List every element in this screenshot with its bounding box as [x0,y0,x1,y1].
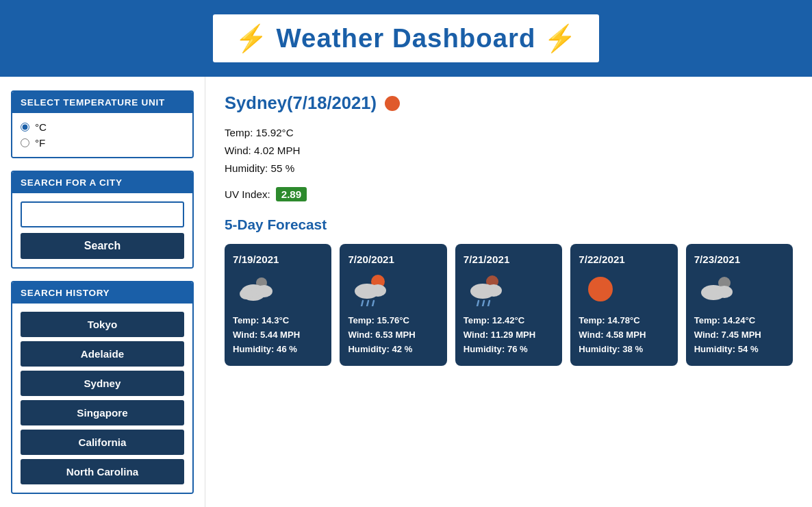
fahrenheit-option[interactable]: °F [21,137,184,149]
history-label: SEARCH HISTORY [21,288,110,298]
svg-point-12 [485,284,502,297]
uv-row: UV Index: 2.89 [225,187,793,201]
forecast-humidity: Humidity: 46 % [233,342,300,356]
forecast-card: 7/22/2021 Temp: 14.78°C Wind: 4.58 MPH H… [570,244,677,366]
history-item[interactable]: Adelaide [21,341,184,367]
svg-point-6 [370,284,386,297]
forecast-wind: Wind: 7.45 MPH [694,327,761,342]
main-content: Sydney(7/18/2021) Temp: 15.92°C Wind: 4.… [205,77,812,507]
forecast-details: Temp: 14.78°C Wind: 4.58 MPH Humidity: 3… [579,313,646,356]
forecast-temp: Temp: 15.76°C [348,313,415,327]
forecast-title: 5-Day Forecast [225,217,793,233]
sidebar: SELECT TEMPERATURE UNIT °C °F SEARCH [0,77,205,507]
forecast-date: 7/20/2021 [348,254,394,265]
svg-point-16 [588,277,613,301]
forecast-wind: Wind: 4.58 MPH [579,327,646,342]
search-section: SEARCH FOR A CITY Search [11,171,194,269]
svg-line-14 [483,301,484,306]
search-button-label: Search [84,240,120,251]
forecast-temp: Temp: 14.78°C [579,313,646,327]
history-item[interactable]: California [21,430,184,455]
history-body: TokyoAdelaideSydneySingaporeCaliforniaNo… [12,304,192,493]
temp-unit-section: SELECT TEMPERATURE UNIT °C °F [11,90,194,158]
svg-line-13 [477,301,479,306]
forecast-humidity: Humidity: 54 % [694,342,761,356]
wind-value: Wind: 4.02 MPH [225,142,793,160]
uv-label: UV Index: [225,188,270,200]
city-search-input[interactable] [21,201,184,227]
forecast-details: Temp: 14.24°C Wind: 7.45 MPH Humidity: 5… [694,313,761,356]
history-item[interactable]: Sydney [21,371,184,396]
temp-unit-body: °C °F [12,113,192,157]
temp-unit-label: SELECT TEMPERATURE UNIT [21,97,165,108]
app-title: ⚡ Weather Dashboard ⚡ [235,23,577,53]
forecast-wind: Wind: 6.53 MPH [348,327,415,342]
main-layout: SELECT TEMPERATURE UNIT °C °F SEARCH [0,77,812,507]
history-item[interactable]: North Carolina [21,459,184,484]
search-button[interactable]: Search [21,233,184,259]
forecast-temp: Temp: 14.24°C [694,313,761,327]
forecast-humidity: Humidity: 42 % [348,342,415,356]
forecast-details: Temp: 14.3°C Wind: 5.44 MPH Humidity: 46… [233,313,300,356]
search-header: SEARCH FOR A CITY [12,172,192,193]
history-item[interactable]: Tokyo [21,312,184,337]
celsius-label: °C [35,121,47,133]
svg-point-2 [256,285,272,297]
svg-point-3 [240,288,253,299]
search-label: SEARCH FOR A CITY [21,177,123,188]
forecast-details: Temp: 12.42°C Wind: 11.29 MPH Humidity: … [464,313,536,356]
title-box: ⚡ Weather Dashboard ⚡ [211,12,601,64]
history-list: TokyoAdelaideSydneySingaporeCaliforniaNo… [21,312,184,484]
forecast-card: 7/19/2021 Temp: 14.3°C Wind: 5.44 MPH Hu… [225,244,331,366]
temp-value: Temp: 15.92°C [225,124,793,142]
celsius-radio[interactable] [21,123,29,132]
status-dot [385,96,400,111]
history-section: SEARCH HISTORY TokyoAdelaideSydneySingap… [11,281,194,494]
svg-line-8 [367,301,368,306]
forecast-date: 7/21/2021 [464,254,510,265]
forecast-icon [694,272,738,306]
forecast-temp: Temp: 12.42°C [464,313,536,327]
forecast-humidity: Humidity: 76 % [464,342,536,356]
app-header: ⚡ Weather Dashboard ⚡ [0,0,812,77]
svg-line-7 [361,301,363,306]
forecast-icon [464,272,507,306]
forecast-card: 7/20/2021 Temp: 15.76°C Wind: 6.53 MPH H… [340,244,446,366]
bolt-right-icon: ⚡ [544,23,577,53]
forecast-wind: Wind: 5.44 MPH [233,327,300,342]
forecast-details: Temp: 15.76°C Wind: 6.53 MPH Humidity: 4… [348,313,415,356]
search-body: Search [12,193,192,267]
history-header: SEARCH HISTORY [12,282,192,304]
celsius-option[interactable]: °C [21,121,184,133]
forecast-date: 7/19/2021 [233,254,279,265]
city-header: Sydney(7/18/2021) [225,93,793,113]
bolt-left-icon: ⚡ [235,23,268,53]
forecast-date: 7/23/2021 [694,254,741,265]
forecast-icon [348,272,392,306]
svg-point-19 [716,286,733,298]
svg-line-15 [488,301,490,306]
forecast-icon [579,272,622,306]
fahrenheit-label: °F [35,137,45,149]
forecast-grid: 7/19/2021 Temp: 14.3°C Wind: 5.44 MPH Hu… [225,244,793,366]
fahrenheit-radio[interactable] [21,138,29,147]
city-title: Sydney(7/18/2021) [225,93,377,113]
weather-info: Temp: 15.92°C Wind: 4.02 MPH Humidity: 5… [225,124,793,177]
forecast-temp: Temp: 14.3°C [233,313,300,327]
forecast-card: 7/21/2021 Temp: 12.42°C Wind: 11.29 MPH … [455,244,562,366]
forecast-icon [233,272,277,306]
title-text: Weather Dashboard [277,23,536,53]
forecast-humidity: Humidity: 38 % [579,342,646,356]
history-item[interactable]: Singapore [21,400,184,425]
forecast-wind: Wind: 11.29 MPH [464,327,536,342]
svg-line-9 [372,301,374,306]
humidity-value: Humidity: 55 % [225,160,793,177]
temp-unit-header: SELECT TEMPERATURE UNIT [12,92,192,113]
uv-badge: 2.89 [276,187,307,201]
forecast-date: 7/22/2021 [579,254,625,265]
forecast-card: 7/23/2021 Temp: 14.24°C Wind: 7.45 MPH H… [686,244,793,366]
radio-group: °C °F [21,121,184,149]
